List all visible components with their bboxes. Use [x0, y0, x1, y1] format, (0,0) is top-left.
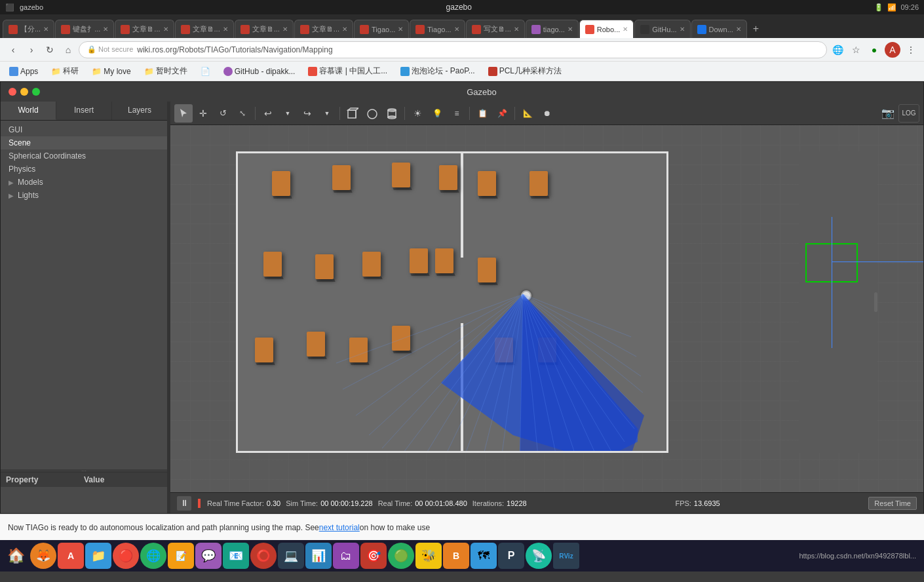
tab-8[interactable]: Tiago... ✕: [410, 20, 465, 38]
taskbar-icon-16[interactable]: B: [443, 543, 469, 569]
tree-item-spherical[interactable]: Spherical Coordinates: [1, 149, 167, 163]
measure-button[interactable]: 📐: [518, 104, 537, 123]
translate-button[interactable]: 🌐: [830, 42, 845, 58]
minimize-window-button[interactable]: [20, 88, 28, 96]
tab-5-close[interactable]: ✕: [282, 26, 288, 33]
redo-button[interactable]: ↪: [298, 104, 317, 123]
home-button[interactable]: ⌂: [60, 42, 76, 58]
taskbar-icon-19[interactable]: 📡: [526, 543, 552, 569]
taskbar-icon-11[interactable]: 📊: [305, 543, 332, 569]
log-button[interactable]: LOG: [898, 104, 919, 123]
account-button[interactable]: A: [885, 42, 900, 58]
tab-github-close[interactable]: ✕: [680, 26, 685, 33]
select-tool-button[interactable]: [174, 104, 193, 123]
taskbar-icon-4[interactable]: 🔴: [113, 543, 139, 569]
undo-dropdown-button[interactable]: ▼: [279, 104, 297, 123]
extension-button[interactable]: ●: [866, 42, 882, 58]
menu-button[interactable]: ⋮: [903, 42, 919, 58]
tree-item-models[interactable]: ▶ Models: [1, 176, 167, 189]
tab-2[interactable]: 键盘扌... ✕: [55, 20, 114, 38]
tab-github[interactable]: GitHu... ✕: [634, 20, 690, 38]
bookmark-kyan[interactable]: 📁 科研: [47, 64, 83, 78]
tab-3-close[interactable]: ✕: [163, 26, 168, 33]
spot-light-button[interactable]: 💡: [428, 104, 446, 123]
copy-button[interactable]: 📋: [473, 104, 491, 123]
tree-item-gui[interactable]: GUI: [1, 123, 167, 136]
tab-1-close[interactable]: ✕: [43, 26, 48, 33]
taskbar-icon-10[interactable]: 💻: [278, 543, 304, 569]
taskbar-icon-13[interactable]: 🎯: [360, 543, 387, 569]
tree-item-physics[interactable]: Physics: [1, 163, 167, 176]
tree-item-lights[interactable]: ▶ Lights: [1, 189, 167, 202]
taskbar-icon-5[interactable]: 🌐: [140, 543, 166, 569]
taskbar-icon-12[interactable]: 🗂: [333, 543, 359, 569]
taskbar-icon-9[interactable]: ⭕: [250, 543, 277, 569]
pause-button[interactable]: ⏸: [177, 496, 191, 511]
tab-6[interactable]: 文章🗎... ✕: [294, 20, 353, 38]
tab-9-close[interactable]: ✕: [514, 26, 519, 33]
paste-button[interactable]: 📌: [493, 104, 511, 123]
bookmark-pcl[interactable]: PCL几种采样方法: [484, 64, 566, 78]
redo-dropdown-button[interactable]: ▼: [318, 104, 336, 123]
bookmark-apps[interactable]: Apps: [5, 66, 42, 77]
tab-2-close[interactable]: ✕: [103, 26, 108, 33]
rotate-tool-button[interactable]: ↺: [214, 104, 232, 123]
cylinder-tool-button[interactable]: [383, 104, 401, 123]
scroll-handle[interactable]: [874, 292, 877, 312]
bookmark-temp[interactable]: 📁 暂时文件: [140, 64, 191, 78]
taskbar-icon-14[interactable]: 🟢: [388, 543, 414, 569]
taskbar-firefox[interactable]: 🦊: [30, 543, 56, 569]
sphere-tool-button[interactable]: [363, 104, 381, 123]
tab-6-close[interactable]: ✕: [342, 26, 347, 33]
bookmark-github[interactable]: GitHub - dipakk...: [220, 66, 299, 77]
taskbar-icon-17[interactable]: 🗺: [471, 543, 497, 569]
tab-3[interactable]: 文章🗎... ✕: [115, 20, 174, 38]
tree-item-scene[interactable]: Scene: [1, 136, 167, 149]
move-tool-button[interactable]: ✛: [194, 104, 212, 123]
screenshot-button[interactable]: 📷: [879, 104, 897, 123]
taskbar-home[interactable]: 🏠: [3, 543, 29, 569]
tab-5[interactable]: 文章🗎... ✕: [235, 20, 294, 38]
box-tool-button[interactable]: [343, 104, 362, 123]
taskbar-icon-7[interactable]: 💬: [195, 543, 221, 569]
taskbar-icon-15[interactable]: 🐝: [415, 543, 442, 569]
record-button[interactable]: ⏺: [538, 104, 556, 123]
refresh-button[interactable]: ↻: [42, 42, 58, 58]
new-tab-button[interactable]: +: [748, 20, 766, 38]
forward-button[interactable]: ›: [24, 42, 39, 58]
tab-robo-close[interactable]: ✕: [623, 26, 628, 33]
tab-world[interactable]: World: [1, 102, 56, 120]
undo-button[interactable]: ↩: [259, 104, 277, 123]
taskbar-icon-6[interactable]: 📝: [168, 543, 194, 569]
tab-insert[interactable]: Insert: [56, 102, 112, 120]
tab-1[interactable]: 【分... ✕: [3, 20, 54, 38]
bookmark-paopao[interactable]: 泡泡论坛 - PaoP...: [396, 64, 478, 78]
reset-time-button[interactable]: Reset Time: [868, 497, 917, 510]
viewport-3d[interactable]: [170, 125, 923, 492]
close-window-button[interactable]: [9, 88, 16, 96]
tab-10[interactable]: tiago... ✕: [526, 20, 579, 38]
tab-4-close[interactable]: ✕: [223, 26, 228, 33]
bookmark-file[interactable]: 📄: [197, 66, 214, 77]
bookmark-course[interactable]: 容慕课 | 中国人工...: [304, 64, 391, 78]
address-bar[interactable]: 🔒 Not secure wiki.ros.org/Robots/TIAGo/T…: [79, 41, 827, 58]
tab-10-close[interactable]: ✕: [568, 26, 573, 33]
dir-light-button[interactable]: ≡: [448, 104, 466, 123]
tab-download-close[interactable]: ✕: [736, 26, 741, 33]
taskbar-icon-2[interactable]: A: [58, 543, 84, 569]
taskbar-icon-3[interactable]: 📁: [85, 543, 111, 569]
tab-7[interactable]: Tigao... ✕: [354, 20, 409, 38]
tab-layers[interactable]: Layers: [112, 102, 167, 120]
scale-tool-button[interactable]: ⤡: [233, 104, 252, 123]
maximize-window-button[interactable]: [32, 88, 40, 96]
bookmark-mylove[interactable]: 📁 My love: [88, 66, 134, 77]
tab-9[interactable]: 写文🗎... ✕: [466, 20, 525, 38]
back-button[interactable]: ‹: [5, 42, 21, 58]
tab-download[interactable]: Down... ✕: [691, 20, 747, 38]
taskbar-icon-8[interactable]: 📧: [223, 543, 249, 569]
tab-4[interactable]: 文章🗎... ✕: [175, 20, 234, 38]
next-tutorial-link[interactable]: next tutorial: [319, 523, 360, 532]
taskbar-rviz[interactable]: RViz: [553, 543, 579, 569]
tab-robo[interactable]: Robo... ✕: [579, 20, 634, 38]
tab-7-close[interactable]: ✕: [398, 26, 403, 33]
